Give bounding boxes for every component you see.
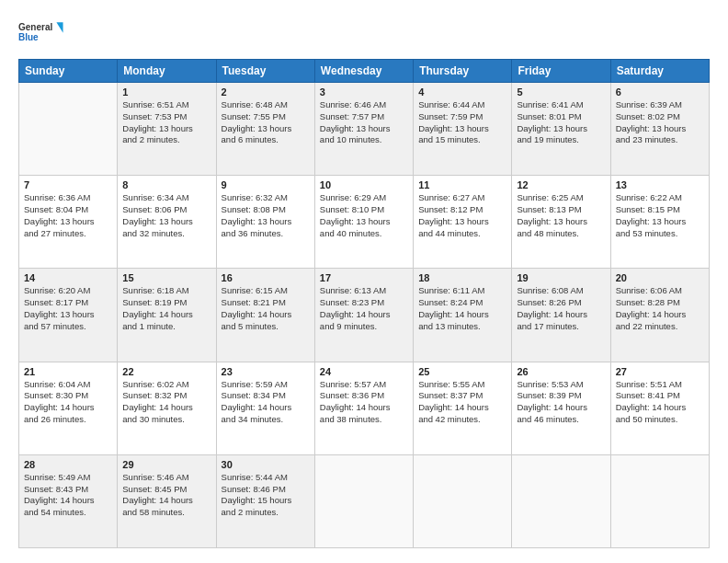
calendar-day-cell: [610, 454, 709, 547]
calendar-day-cell: [414, 454, 512, 547]
day-number: 9: [222, 179, 310, 190]
day-info: Sunrise: 6:11 AM Sunset: 8:24 PM Dayligh…: [418, 285, 506, 332]
page: General Blue SundayMondayTuesdayWednesda…: [0, 0, 728, 563]
day-info: Sunrise: 5:59 AM Sunset: 8:34 PM Dayligh…: [222, 379, 310, 426]
day-number: 7: [24, 179, 112, 190]
calendar-day-cell: 28Sunrise: 5:49 AM Sunset: 8:43 PM Dayli…: [19, 454, 118, 547]
day-info: Sunrise: 6:39 AM Sunset: 8:02 PM Dayligh…: [616, 99, 704, 146]
calendar-day-cell: 30Sunrise: 5:44 AM Sunset: 8:46 PM Dayli…: [216, 454, 314, 547]
calendar-header-row: SundayMondayTuesdayWednesdayThursdayFrid…: [19, 60, 710, 83]
day-info: Sunrise: 6:08 AM Sunset: 8:26 PM Dayligh…: [517, 285, 605, 332]
calendar-day-cell: 15Sunrise: 6:18 AM Sunset: 8:19 PM Dayli…: [118, 269, 216, 362]
day-number: 12: [517, 179, 605, 190]
day-info: Sunrise: 5:46 AM Sunset: 8:45 PM Dayligh…: [122, 472, 210, 519]
day-number: 19: [517, 272, 605, 283]
day-info: Sunrise: 6:51 AM Sunset: 7:53 PM Dayligh…: [122, 99, 210, 146]
day-number: 23: [222, 366, 310, 377]
day-info: Sunrise: 6:25 AM Sunset: 8:13 PM Dayligh…: [517, 192, 605, 239]
day-number: 5: [517, 86, 605, 98]
calendar-day-cell: 8Sunrise: 6:34 AM Sunset: 8:06 PM Daylig…: [118, 176, 216, 269]
day-info: Sunrise: 6:04 AM Sunset: 8:30 PM Dayligh…: [24, 379, 112, 426]
calendar-day-cell: 13Sunrise: 6:22 AM Sunset: 8:15 PM Dayli…: [610, 176, 709, 269]
calendar-day-cell: 26Sunrise: 5:53 AM Sunset: 8:39 PM Dayli…: [512, 362, 610, 454]
day-info: Sunrise: 5:49 AM Sunset: 8:43 PM Dayligh…: [24, 472, 112, 519]
calendar-header-thursday: Thursday: [414, 60, 512, 83]
calendar-day-cell: 11Sunrise: 6:27 AM Sunset: 8:12 PM Dayli…: [414, 176, 512, 269]
day-info: Sunrise: 6:46 AM Sunset: 7:57 PM Dayligh…: [320, 99, 408, 146]
calendar-day-cell: 18Sunrise: 6:11 AM Sunset: 8:24 PM Dayli…: [414, 269, 512, 362]
day-info: Sunrise: 6:15 AM Sunset: 8:21 PM Dayligh…: [222, 285, 310, 332]
day-info: Sunrise: 6:18 AM Sunset: 8:19 PM Dayligh…: [122, 285, 210, 332]
day-info: Sunrise: 6:34 AM Sunset: 8:06 PM Dayligh…: [122, 192, 210, 239]
day-number: 18: [418, 272, 506, 283]
day-number: 27: [616, 366, 704, 377]
calendar-header-saturday: Saturday: [610, 60, 709, 83]
calendar-day-cell: 16Sunrise: 6:15 AM Sunset: 8:21 PM Dayli…: [216, 269, 314, 362]
calendar-header-tuesday: Tuesday: [216, 60, 314, 83]
svg-text:General: General: [18, 22, 52, 32]
day-info: Sunrise: 6:22 AM Sunset: 8:15 PM Dayligh…: [616, 192, 704, 239]
calendar-day-cell: 9Sunrise: 6:32 AM Sunset: 8:08 PM Daylig…: [216, 176, 314, 269]
day-number: 3: [320, 86, 408, 98]
day-number: 8: [122, 179, 210, 190]
header: General Blue: [18, 15, 710, 50]
logo: General Blue: [18, 15, 64, 50]
calendar-week-row: 14Sunrise: 6:20 AM Sunset: 8:17 PM Dayli…: [19, 269, 710, 362]
calendar-week-row: 21Sunrise: 6:04 AM Sunset: 8:30 PM Dayli…: [19, 362, 710, 454]
calendar-day-cell: 2Sunrise: 6:48 AM Sunset: 7:55 PM Daylig…: [216, 83, 314, 176]
calendar-header-sunday: Sunday: [19, 60, 118, 83]
calendar-day-cell: 27Sunrise: 5:51 AM Sunset: 8:41 PM Dayli…: [610, 362, 709, 454]
calendar-week-row: 7Sunrise: 6:36 AM Sunset: 8:04 PM Daylig…: [19, 176, 710, 269]
calendar-day-cell: 23Sunrise: 5:59 AM Sunset: 8:34 PM Dayli…: [216, 362, 314, 454]
day-number: 10: [320, 179, 408, 190]
day-info: Sunrise: 6:29 AM Sunset: 8:10 PM Dayligh…: [320, 192, 408, 239]
calendar-day-cell: 22Sunrise: 6:02 AM Sunset: 8:32 PM Dayli…: [118, 362, 216, 454]
day-number: 26: [517, 366, 605, 377]
svg-text:Blue: Blue: [18, 32, 39, 42]
calendar-day-cell: 17Sunrise: 6:13 AM Sunset: 8:23 PM Dayli…: [314, 269, 413, 362]
day-number: 11: [418, 179, 506, 190]
day-number: 28: [24, 459, 112, 470]
calendar-header-friday: Friday: [512, 60, 610, 83]
calendar-day-cell: [512, 454, 610, 547]
calendar-week-row: 1Sunrise: 6:51 AM Sunset: 7:53 PM Daylig…: [19, 83, 710, 176]
calendar-day-cell: 24Sunrise: 5:57 AM Sunset: 8:36 PM Dayli…: [314, 362, 413, 454]
day-number: 24: [320, 366, 408, 377]
day-info: Sunrise: 5:57 AM Sunset: 8:36 PM Dayligh…: [320, 379, 408, 426]
calendar-day-cell: 12Sunrise: 6:25 AM Sunset: 8:13 PM Dayli…: [512, 176, 610, 269]
calendar-day-cell: [314, 454, 413, 547]
calendar-day-cell: 19Sunrise: 6:08 AM Sunset: 8:26 PM Dayli…: [512, 269, 610, 362]
logo-svg: General Blue: [18, 15, 64, 50]
day-info: Sunrise: 6:41 AM Sunset: 8:01 PM Dayligh…: [517, 99, 605, 146]
day-number: 20: [616, 272, 704, 283]
day-number: 16: [222, 272, 310, 283]
day-info: Sunrise: 6:20 AM Sunset: 8:17 PM Dayligh…: [24, 285, 112, 332]
calendar-day-cell: 10Sunrise: 6:29 AM Sunset: 8:10 PM Dayli…: [314, 176, 413, 269]
calendar-day-cell: 5Sunrise: 6:41 AM Sunset: 8:01 PM Daylig…: [512, 83, 610, 176]
calendar-day-cell: 7Sunrise: 6:36 AM Sunset: 8:04 PM Daylig…: [19, 176, 118, 269]
day-number: 29: [122, 459, 210, 470]
svg-marker-2: [56, 22, 63, 32]
day-info: Sunrise: 6:36 AM Sunset: 8:04 PM Dayligh…: [24, 192, 112, 239]
day-number: 30: [222, 459, 310, 470]
calendar-day-cell: 4Sunrise: 6:44 AM Sunset: 7:59 PM Daylig…: [414, 83, 512, 176]
day-info: Sunrise: 6:27 AM Sunset: 8:12 PM Dayligh…: [418, 192, 506, 239]
calendar-header-wednesday: Wednesday: [314, 60, 413, 83]
calendar-day-cell: 3Sunrise: 6:46 AM Sunset: 7:57 PM Daylig…: [314, 83, 413, 176]
calendar-day-cell: 20Sunrise: 6:06 AM Sunset: 8:28 PM Dayli…: [610, 269, 709, 362]
day-number: 13: [616, 179, 704, 190]
calendar-day-cell: 25Sunrise: 5:55 AM Sunset: 8:37 PM Dayli…: [414, 362, 512, 454]
day-number: 22: [122, 366, 210, 377]
day-info: Sunrise: 5:53 AM Sunset: 8:39 PM Dayligh…: [517, 379, 605, 426]
day-number: 15: [122, 272, 210, 283]
day-info: Sunrise: 5:55 AM Sunset: 8:37 PM Dayligh…: [418, 379, 506, 426]
day-info: Sunrise: 6:32 AM Sunset: 8:08 PM Dayligh…: [222, 192, 310, 239]
calendar-day-cell: 6Sunrise: 6:39 AM Sunset: 8:02 PM Daylig…: [610, 83, 709, 176]
day-number: 25: [418, 366, 506, 377]
calendar-header-monday: Monday: [118, 60, 216, 83]
day-info: Sunrise: 6:48 AM Sunset: 7:55 PM Dayligh…: [222, 99, 310, 146]
calendar-day-cell: 29Sunrise: 5:46 AM Sunset: 8:45 PM Dayli…: [118, 454, 216, 547]
calendar-day-cell: 14Sunrise: 6:20 AM Sunset: 8:17 PM Dayli…: [19, 269, 118, 362]
calendar-day-cell: 1Sunrise: 6:51 AM Sunset: 7:53 PM Daylig…: [118, 83, 216, 176]
calendar-day-cell: [19, 83, 118, 176]
